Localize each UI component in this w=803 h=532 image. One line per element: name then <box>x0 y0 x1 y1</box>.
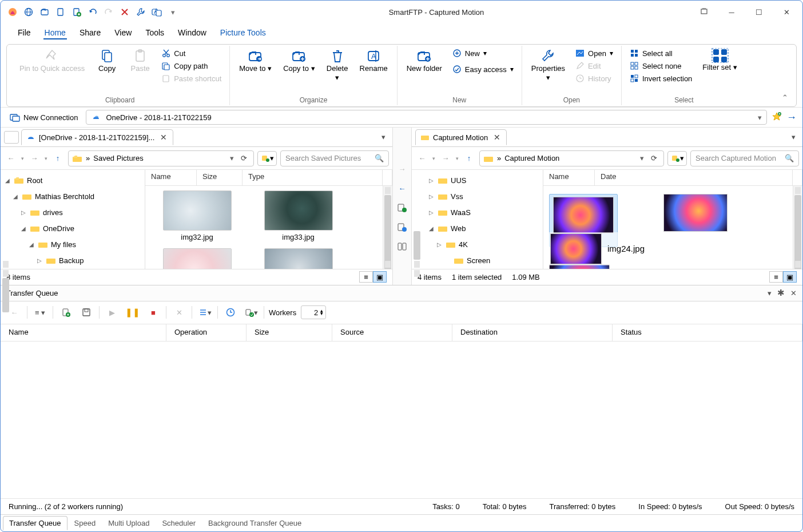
tree-node[interactable]: ◢OneDrive <box>1 220 145 236</box>
tree-node[interactable]: ▷Backup <box>1 252 145 268</box>
tree-node[interactable]: touchkeyboard <box>412 268 543 269</box>
close-button[interactable]: ✕ <box>775 3 798 21</box>
move-to-button[interactable]: Move to ▾ <box>236 47 275 74</box>
file-thumb[interactable]: img32.jpg <box>150 190 244 241</box>
copy-path-button[interactable]: Copy path <box>159 59 224 72</box>
new-file-plus-icon[interactable] <box>69 5 84 19</box>
bottom-tab[interactable]: Multi Upload <box>102 517 155 530</box>
filter-set-button[interactable]: Filter set ▾ <box>699 47 740 73</box>
menu-home[interactable]: Home <box>43 26 67 39</box>
copy-button[interactable]: Copy <box>93 47 121 74</box>
up-icon[interactable]: ↑ <box>51 152 65 165</box>
select-none-button[interactable]: Select none <box>627 59 694 72</box>
tq-stop-icon[interactable]: ■ <box>145 305 161 320</box>
scrollbar[interactable] <box>383 186 392 269</box>
invert-selection-button[interactable]: Invert selection <box>627 72 694 85</box>
transfer-right-icon[interactable]: → <box>395 162 409 176</box>
tabs-dropdown-icon[interactable]: ▾ <box>792 133 796 141</box>
open-button[interactable]: Open ▾ <box>573 47 615 59</box>
tq-pin-icon[interactable]: ✱ <box>777 288 785 298</box>
bottom-tab[interactable]: Background Transfer Queue <box>202 517 307 530</box>
tools-icon[interactable] <box>133 5 148 19</box>
scrollbar[interactable] <box>793 186 802 269</box>
view-thumb-icon[interactable]: ▣ <box>373 271 387 283</box>
right-breadcrumb[interactable]: »Captured Motion▾⟳ <box>479 150 664 166</box>
sync-icon[interactable] <box>395 201 409 215</box>
tq-filter-icon[interactable]: ▾ <box>243 305 259 320</box>
minimize-button[interactable]: ─ <box>720 3 743 21</box>
go-arrow-icon[interactable]: → <box>786 112 797 124</box>
tree-node[interactable]: ◢Mathias Berchtold <box>1 188 145 204</box>
address-field[interactable]: OneDrive - 2018-11-21T022159▾ <box>86 110 767 125</box>
tree-node[interactable]: ▷UUS <box>412 172 543 188</box>
new-folder-button[interactable]: New folder <box>403 47 446 74</box>
refresh-icon[interactable]: ⟳ <box>237 154 250 162</box>
paste-shortcut-button[interactable]: Paste shortcut <box>159 72 224 85</box>
qat-more-icon[interactable]: ▾ <box>165 5 180 19</box>
tq-schedule-icon[interactable] <box>222 305 238 320</box>
tree-node[interactable]: ◢Bilder <box>1 268 145 269</box>
tree-node[interactable]: Screen <box>412 252 543 268</box>
edit-button[interactable]: Edit <box>573 59 615 72</box>
tq-remove-icon[interactable]: ✕ <box>171 305 187 320</box>
cut-button[interactable]: Cut <box>159 47 224 59</box>
bottom-tab[interactable]: Scheduler <box>156 517 201 530</box>
bottom-tab[interactable]: Speed <box>69 517 102 530</box>
forward-icon[interactable]: → <box>439 152 452 165</box>
menu-view[interactable]: View <box>113 26 133 39</box>
undo-icon[interactable] <box>85 5 100 19</box>
app-icon[interactable] <box>5 5 20 19</box>
paste-button[interactable]: Paste <box>126 47 154 74</box>
left-breadcrumb[interactable]: »Saved Pictures▾⟳ <box>68 150 254 166</box>
redo-icon[interactable] <box>101 5 116 19</box>
back-icon[interactable]: ← <box>415 152 429 165</box>
file-thumb[interactable]: img33.jpg <box>251 190 345 241</box>
tree-node[interactable]: ▷4K <box>412 236 543 252</box>
tq-dropdown-icon[interactable]: ▾ <box>768 289 772 297</box>
up-icon[interactable]: ↑ <box>462 152 476 165</box>
menu-share[interactable]: Share <box>78 26 102 39</box>
translate-icon[interactable]: A <box>149 5 164 19</box>
view-thumb-icon[interactable]: ▣ <box>783 271 797 283</box>
view-list-icon[interactable]: ≡ <box>769 271 783 283</box>
back-icon[interactable]: ← <box>4 152 18 165</box>
globe-icon[interactable] <box>21 5 36 19</box>
tq-close-icon[interactable]: ✕ <box>790 289 797 297</box>
history-button[interactable]: History <box>573 72 615 85</box>
right-search[interactable]: Search Captured Motion🔍 <box>690 150 799 166</box>
file-thumb[interactable] <box>663 194 728 232</box>
right-column-headers[interactable]: Name Date <box>543 170 802 186</box>
menu-window[interactable]: Window <box>177 26 208 39</box>
file-thumb[interactable]: img35.jpg <box>251 248 345 269</box>
search-icon[interactable]: 🔍 <box>785 154 794 162</box>
tabs-dropdown-icon[interactable]: ▾ <box>381 133 385 141</box>
tq-save-icon[interactable] <box>78 305 94 320</box>
tree-node[interactable]: ◢Web <box>412 220 543 236</box>
panel-options-icon[interactable] <box>4 131 19 144</box>
new-file-icon[interactable] <box>53 5 68 19</box>
tq-columns[interactable]: Name Operation Size Source Destination S… <box>1 324 802 342</box>
view-list-icon[interactable]: ≡ <box>359 271 373 283</box>
forward-icon[interactable]: → <box>27 152 41 165</box>
tree-node[interactable]: ▷drives <box>1 204 145 220</box>
left-column-headers[interactable]: Name Size Type <box>145 170 392 186</box>
menu-file[interactable]: File <box>17 26 32 39</box>
tree-node[interactable]: ◢Root <box>1 172 145 188</box>
maximize-button[interactable]: ☐ <box>748 3 770 21</box>
delete-button[interactable]: Delete▾ <box>323 47 352 83</box>
tq-list-icon[interactable]: ≡ ▾ <box>32 305 48 320</box>
tq-options-icon[interactable]: ▾ <box>197 305 213 320</box>
workers-input[interactable]: 2▴▾ <box>301 305 326 319</box>
open-icon[interactable] <box>37 5 52 19</box>
pin-to-quick-access-button[interactable]: Pin to Quick access <box>16 47 88 74</box>
sync2-icon[interactable] <box>395 220 409 234</box>
tag-button[interactable]: ▾ <box>257 151 277 166</box>
rename-button[interactable]: ARename <box>356 47 391 74</box>
refresh-icon[interactable]: ⟳ <box>647 154 660 162</box>
tree-node[interactable]: ▷WaaS <box>412 204 543 220</box>
properties-button[interactable]: Properties▾ <box>528 47 569 83</box>
tq-play-icon[interactable]: ▶ <box>104 305 120 320</box>
bottom-tab[interactable]: Transfer Queue <box>3 516 67 530</box>
favorite-icon[interactable] <box>772 112 782 124</box>
delete-icon[interactable] <box>117 5 132 19</box>
